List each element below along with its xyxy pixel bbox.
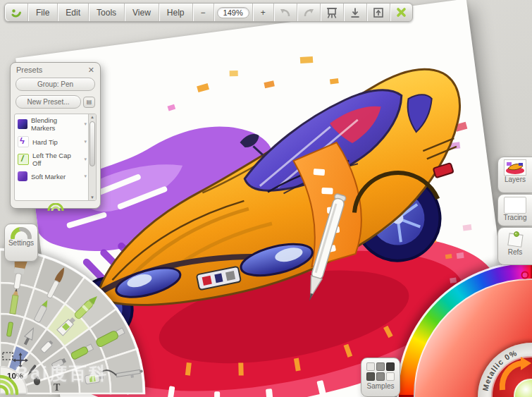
scroll-down-icon[interactable]: ▼ [89,195,96,200]
preset-menu-icon[interactable]: ▤ [83,97,95,108]
artrage-app-window: File Edit Tools View Help − 149% + [0,0,532,397]
easel-icon[interactable] [321,4,344,21]
menu-edit[interactable]: Edit [58,4,89,21]
preset-item-left-the-cap-off[interactable]: Left The Cap Off ▾ [15,149,96,169]
tool-picker-wheel[interactable]: T 10% [0,245,151,397]
layers-thumbnail-icon [504,159,526,176]
samples-button[interactable]: Samples [361,358,400,397]
blending-markers-icon [18,119,27,129]
preset-scrollbar[interactable]: ▲ ▼ [88,114,96,200]
zoom-in-button[interactable]: + [253,4,274,21]
preset-item-hard-tip[interactable]: Hard Tip ▾ [15,134,96,149]
settings-gauge-icon [10,226,32,239]
refs-pinned-note-icon [505,230,526,248]
redo-icon[interactable] [297,4,321,21]
scrollbar-thumb[interactable] [89,121,95,166]
close-menu-icon[interactable] [390,4,412,21]
menu-help[interactable]: Help [159,4,193,21]
new-preset-button[interactable]: New Preset... [16,95,81,109]
close-icon[interactable]: ✕ [88,66,94,74]
preset-item-blending-markers[interactable]: Blending Markers ▾ [15,114,96,134]
preset-item-soft-marker[interactable]: Soft Marker ▾ [15,169,96,183]
tracing-thumbnail-icon [504,197,526,214]
samples-grid-icon [366,362,395,381]
zoom-value-field[interactable]: 149% [217,7,249,18]
presets-panel: Presets ✕ Group: Pen New Preset... ▤ Ble… [10,62,101,209]
presets-title: Presets [16,66,42,74]
color-picker-overlay: Metallic 0% [391,256,532,397]
zoom-group: 149% [214,4,253,21]
undo-icon[interactable] [274,4,297,21]
preset-group-button[interactable]: Group: Pen [16,78,95,91]
menu-file[interactable]: File [28,4,58,21]
menu-tools[interactable]: Tools [89,4,125,21]
soft-marker-icon [18,171,27,181]
hard-tip-icon [18,136,29,147]
color-picker: Metallic 0% [391,256,532,397]
export-reference-icon[interactable] [367,4,390,21]
text-tool-icon: T [54,382,61,393]
artrage-logo-icon[interactable] [5,4,28,21]
svg-text:T: T [54,382,61,393]
import-tracing-icon[interactable] [344,4,367,21]
tab-refs[interactable]: Refs [497,227,532,265]
left-the-cap-off-icon [18,154,29,165]
presets-titlebar[interactable]: Presets ✕ [11,63,100,75]
tab-tracing[interactable]: Tracing [497,194,532,226]
zoom-out-button[interactable]: − [193,4,214,21]
scroll-up-icon[interactable]: ▲ [89,115,96,119]
menu-view[interactable]: View [125,4,159,21]
preset-list: Blending Markers ▾ Hard Tip ▾ Left The C… [14,114,97,201]
menu-bar: File Edit Tools View Help − 149% + [4,3,413,22]
panel-resize-grip[interactable] [11,203,100,211]
tab-layers[interactable]: Layers [497,157,532,193]
tab-settings[interactable]: Settings [4,224,38,262]
hue-marker[interactable] [522,272,528,279]
